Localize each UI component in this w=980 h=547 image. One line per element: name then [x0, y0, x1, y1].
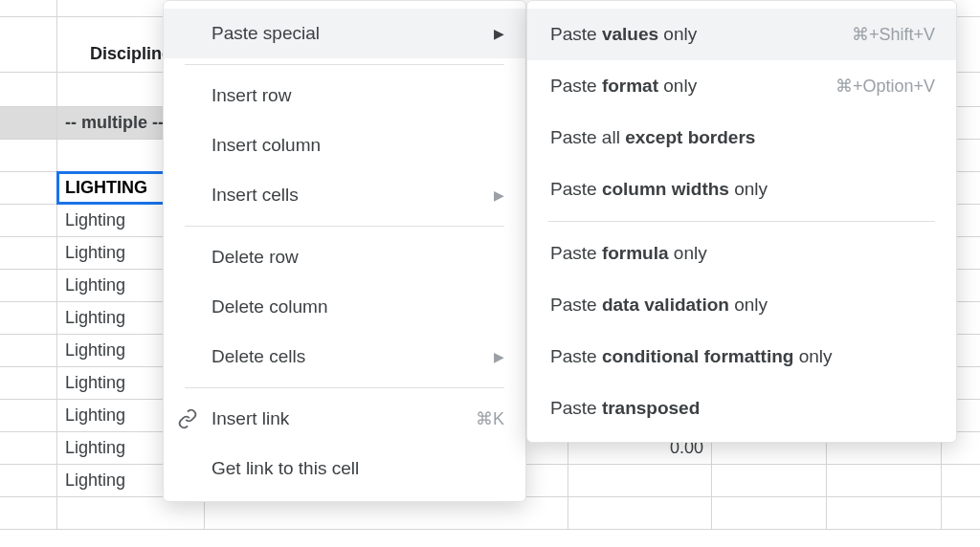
chevron-right-icon: ▶ — [494, 349, 504, 364]
menu-label: Paste values only — [550, 24, 697, 45]
menu-insert-link[interactable]: Insert link ⌘K — [164, 394, 525, 444]
menu-label: Paste data validation only — [550, 295, 768, 316]
chevron-right-icon: ▶ — [494, 187, 504, 203]
submenu-paste-cond-format[interactable]: Paste conditional formatting only — [527, 331, 956, 383]
menu-separator — [185, 387, 504, 388]
menu-label: Paste format only — [550, 76, 697, 97]
menu-label: Paste conditional formatting only — [550, 346, 833, 367]
shortcut-label: ⌘+Option+V — [835, 76, 935, 97]
menu-label: Paste transposed — [550, 398, 700, 419]
submenu-paste-except-borders[interactable]: Paste all except borders — [527, 112, 956, 164]
submenu-paste-data-validation[interactable]: Paste data validation only — [527, 279, 956, 331]
menu-label: Insert row — [212, 85, 291, 106]
shortcut-label: ⌘K — [476, 408, 504, 429]
menu-label: Paste formula only — [550, 243, 707, 264]
menu-insert-cells[interactable]: Insert cells ▶ — [164, 170, 525, 220]
menu-label: Delete column — [212, 296, 327, 317]
submenu-paste-column-widths[interactable]: Paste column widths only — [527, 164, 956, 215]
menu-label: Get link to this cell — [212, 458, 359, 479]
menu-label: Insert cells — [212, 185, 299, 206]
menu-separator — [548, 221, 935, 222]
menu-label: Paste all except borders — [550, 127, 755, 148]
menu-paste-special[interactable]: Paste special ▶ — [164, 9, 525, 58]
menu-separator — [185, 226, 504, 227]
menu-insert-column[interactable]: Insert column — [164, 120, 525, 170]
paste-special-submenu: Paste values only ⌘+Shift+V Paste format… — [526, 0, 957, 443]
menu-label: Insert column — [212, 135, 321, 156]
menu-get-link[interactable]: Get link to this cell — [164, 444, 525, 493]
menu-delete-row[interactable]: Delete row — [164, 232, 525, 282]
submenu-paste-values[interactable]: Paste values only ⌘+Shift+V — [527, 9, 956, 60]
menu-label: Paste special — [212, 23, 320, 44]
menu-label: Paste column widths only — [550, 179, 768, 200]
shortcut-label: ⌘+Shift+V — [852, 24, 935, 45]
link-icon — [177, 408, 198, 429]
menu-label: Insert link — [212, 408, 289, 429]
submenu-paste-format[interactable]: Paste format only ⌘+Option+V — [527, 60, 956, 112]
menu-separator — [185, 64, 504, 65]
menu-label: Delete cells — [212, 346, 305, 367]
submenu-paste-transposed[interactable]: Paste transposed — [527, 383, 956, 434]
submenu-paste-formula[interactable]: Paste formula only — [527, 228, 956, 279]
menu-delete-cells[interactable]: Delete cells ▶ — [164, 332, 525, 382]
chevron-right-icon: ▶ — [494, 26, 504, 41]
menu-label: Delete row — [212, 247, 299, 268]
menu-delete-column[interactable]: Delete column — [164, 282, 525, 332]
menu-insert-row[interactable]: Insert row — [164, 71, 525, 120]
context-menu: Paste special ▶ Insert row Insert column… — [163, 0, 526, 502]
